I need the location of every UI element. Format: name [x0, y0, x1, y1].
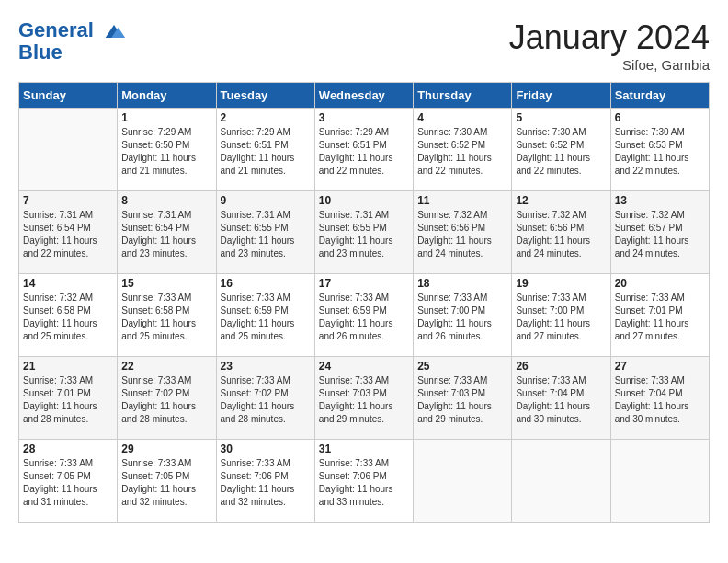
calendar-cell: 14 Sunrise: 7:32 AM Sunset: 6:58 PM Dayl…: [19, 274, 118, 357]
sunrise: Sunrise: 7:33 AM: [516, 292, 606, 304]
daylight: Daylight: 11 hours and 24 minutes.: [516, 235, 606, 260]
logo-icon: [101, 18, 127, 44]
sunset: Sunset: 6:56 PM: [417, 222, 507, 235]
daylight: Daylight: 11 hours and 28 minutes.: [221, 400, 311, 426]
day-number: 16: [221, 277, 311, 290]
sunrise: Sunrise: 7:33 AM: [23, 457, 113, 470]
week-row-5: 28 Sunrise: 7:33 AM Sunset: 7:05 PM Dayl…: [19, 440, 710, 523]
sunset: Sunset: 6:52 PM: [417, 139, 507, 152]
sunset: Sunset: 6:54 PM: [121, 222, 211, 235]
sunset: Sunset: 7:04 PM: [516, 387, 606, 400]
sunset: Sunset: 6:51 PM: [221, 139, 311, 152]
sunrise: Sunrise: 7:31 AM: [121, 209, 211, 222]
title-block: January 2024 Sifoe, Gambia: [509, 18, 710, 73]
day-number: 2: [221, 111, 311, 124]
col-header-saturday: Saturday: [610, 83, 709, 109]
sunset: Sunset: 6:57 PM: [615, 222, 705, 235]
sunrise: Sunrise: 7:32 AM: [615, 209, 705, 222]
day-number: 4: [417, 111, 507, 124]
calendar-cell: [414, 440, 512, 523]
sunset: Sunset: 7:02 PM: [121, 387, 211, 400]
calendar-cell: 27 Sunrise: 7:33 AM Sunset: 7:04 PM Dayl…: [610, 357, 709, 440]
daylight: Daylight: 11 hours and 23 minutes.: [319, 235, 409, 260]
daylight: Daylight: 11 hours and 30 minutes.: [516, 400, 606, 426]
sunset: Sunset: 6:59 PM: [221, 304, 311, 317]
cell-info: Sunrise: 7:30 AM Sunset: 6:52 PM Dayligh…: [516, 126, 606, 178]
day-number: 15: [121, 277, 211, 290]
sunrise: Sunrise: 7:33 AM: [615, 374, 705, 387]
calendar-cell: [610, 440, 709, 523]
day-number: 9: [221, 194, 311, 207]
day-number: 30: [221, 442, 311, 455]
month-title: January 2024: [509, 18, 710, 57]
day-number: 11: [417, 194, 507, 207]
daylight: Daylight: 11 hours and 30 minutes.: [615, 400, 705, 426]
sunset: Sunset: 7:00 PM: [417, 304, 507, 317]
daylight: Daylight: 11 hours and 22 minutes.: [319, 152, 409, 178]
daylight: Daylight: 11 hours and 28 minutes.: [121, 400, 211, 426]
day-number: 7: [23, 194, 113, 207]
cell-info: Sunrise: 7:33 AM Sunset: 7:05 PM Dayligh…: [121, 457, 211, 509]
day-number: 14: [23, 277, 113, 290]
day-number: 17: [319, 277, 409, 290]
week-row-2: 7 Sunrise: 7:31 AM Sunset: 6:54 PM Dayli…: [19, 191, 710, 274]
calendar-cell: [19, 109, 118, 191]
day-number: 8: [121, 194, 211, 207]
cell-info: Sunrise: 7:29 AM Sunset: 6:51 PM Dayligh…: [319, 126, 409, 178]
day-number: 22: [121, 360, 211, 373]
sunset: Sunset: 6:55 PM: [319, 222, 409, 235]
cell-info: Sunrise: 7:33 AM Sunset: 7:04 PM Dayligh…: [615, 374, 705, 426]
daylight: Daylight: 11 hours and 31 minutes.: [23, 483, 113, 509]
calendar-cell: 16 Sunrise: 7:33 AM Sunset: 6:59 PM Dayl…: [216, 274, 314, 357]
cell-info: Sunrise: 7:32 AM Sunset: 6:56 PM Dayligh…: [516, 209, 606, 260]
page-header: General Blue January 2024 Sifoe, Gambia: [18, 18, 710, 73]
calendar-cell: 9 Sunrise: 7:31 AM Sunset: 6:55 PM Dayli…: [216, 191, 314, 274]
day-number: 20: [615, 277, 705, 290]
day-number: 12: [516, 194, 606, 207]
day-number: 26: [516, 360, 606, 373]
cell-info: Sunrise: 7:31 AM Sunset: 6:55 PM Dayligh…: [319, 209, 409, 260]
calendar-table: SundayMondayTuesdayWednesdayThursdayFrid…: [18, 82, 710, 523]
daylight: Daylight: 11 hours and 32 minutes.: [121, 483, 211, 509]
daylight: Daylight: 11 hours and 23 minutes.: [221, 235, 311, 260]
sunrise: Sunrise: 7:33 AM: [417, 292, 507, 304]
sunrise: Sunrise: 7:31 AM: [23, 209, 113, 222]
week-row-1: 1 Sunrise: 7:29 AM Sunset: 6:50 PM Dayli…: [19, 109, 710, 191]
cell-info: Sunrise: 7:33 AM Sunset: 7:00 PM Dayligh…: [417, 292, 507, 343]
cell-info: Sunrise: 7:33 AM Sunset: 6:59 PM Dayligh…: [319, 292, 409, 343]
cell-info: Sunrise: 7:33 AM Sunset: 7:06 PM Dayligh…: [221, 457, 311, 509]
cell-info: Sunrise: 7:33 AM Sunset: 6:59 PM Dayligh…: [221, 292, 311, 343]
calendar-cell: 22 Sunrise: 7:33 AM Sunset: 7:02 PM Dayl…: [118, 357, 216, 440]
day-number: 21: [23, 360, 113, 373]
daylight: Daylight: 11 hours and 22 minutes.: [23, 235, 113, 260]
calendar-cell: [512, 440, 610, 523]
calendar-cell: 21 Sunrise: 7:33 AM Sunset: 7:01 PM Dayl…: [19, 357, 118, 440]
sunrise: Sunrise: 7:33 AM: [615, 292, 705, 304]
sunrise: Sunrise: 7:33 AM: [319, 292, 409, 304]
daylight: Daylight: 11 hours and 32 minutes.: [221, 483, 311, 509]
day-number: 25: [417, 360, 507, 373]
cell-info: Sunrise: 7:32 AM Sunset: 6:56 PM Dayligh…: [417, 209, 507, 260]
daylight: Daylight: 11 hours and 21 minutes.: [121, 152, 211, 178]
daylight: Daylight: 11 hours and 26 minutes.: [319, 317, 409, 343]
daylight: Daylight: 11 hours and 22 minutes.: [615, 152, 705, 178]
calendar-cell: 11 Sunrise: 7:32 AM Sunset: 6:56 PM Dayl…: [414, 191, 512, 274]
daylight: Daylight: 11 hours and 22 minutes.: [417, 152, 507, 178]
sunset: Sunset: 6:52 PM: [516, 139, 606, 152]
sunrise: Sunrise: 7:33 AM: [516, 374, 606, 387]
sunset: Sunset: 7:02 PM: [221, 387, 311, 400]
day-number: 10: [319, 194, 409, 207]
day-number: 29: [121, 442, 211, 455]
sunset: Sunset: 7:03 PM: [319, 387, 409, 400]
daylight: Daylight: 11 hours and 25 minutes.: [121, 317, 211, 343]
sunrise: Sunrise: 7:33 AM: [221, 374, 311, 387]
daylight: Daylight: 11 hours and 26 minutes.: [417, 317, 507, 343]
daylight: Daylight: 11 hours and 27 minutes.: [516, 317, 606, 343]
sunrise: Sunrise: 7:33 AM: [417, 374, 507, 387]
col-header-sunday: Sunday: [19, 83, 118, 109]
sunrise: Sunrise: 7:29 AM: [121, 126, 211, 139]
calendar-cell: 15 Sunrise: 7:33 AM Sunset: 6:58 PM Dayl…: [118, 274, 216, 357]
calendar-cell: 5 Sunrise: 7:30 AM Sunset: 6:52 PM Dayli…: [512, 109, 610, 191]
daylight: Daylight: 11 hours and 28 minutes.: [23, 400, 113, 426]
cell-info: Sunrise: 7:29 AM Sunset: 6:50 PM Dayligh…: [121, 126, 211, 178]
